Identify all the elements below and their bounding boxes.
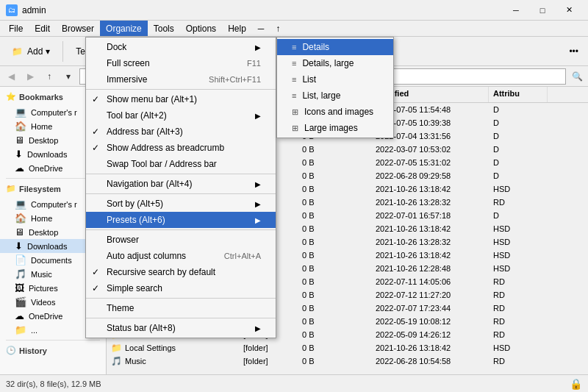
title-bar-text: admin <box>22 5 503 15</box>
menu-immersive[interactable]: Immersive Shift+Ctrl+F11 <box>86 71 276 88</box>
table-row[interactable]: 📁Local Settings[folder]0 B2021-10-26 13:… <box>107 341 588 354</box>
sortby-submenu-arrow: ▶ <box>255 200 261 208</box>
addressbar-check: ✓ <box>92 126 99 137</box>
menu-showmenubar[interactable]: ✓ Show menu bar (Alt+1) <box>86 91 276 107</box>
menu-dock[interactable]: Dock ▶ <box>86 39 276 55</box>
downloads-icon: ⬇ <box>15 149 23 160</box>
icons-images-icon: ⊞ <box>292 107 298 117</box>
menu-showbreadcrumb[interactable]: ✓ Show Address as breadcrumb <box>86 140 276 156</box>
menu-up[interactable]: ↑ <box>270 21 286 36</box>
statusbar-label: Status bar (Alt+8) <box>107 323 176 333</box>
up-button[interactable]: ↑ <box>41 68 57 85</box>
music-icon: 🎵 <box>111 356 122 366</box>
menu-sortby[interactable]: Sort by (Alt+5) ▶ <box>86 196 276 212</box>
submenu-details-large[interactable]: ≡ Details, large <box>277 55 393 71</box>
menu-statusbar[interactable]: Status bar (Alt+8) ▶ <box>86 320 276 336</box>
add-button[interactable]: 📁 Add ▾ <box>3 40 57 63</box>
title-bar: 🗂 admin ─ □ ✕ <box>0 0 588 21</box>
toolbar-label: Tool bar (Alt+2) <box>107 110 167 121</box>
fs-computer-icon: 💻 <box>15 199 26 210</box>
details-label: Details <box>302 42 329 52</box>
submenu-large-images[interactable]: ⊞ Large images <box>277 120 393 136</box>
menu-help[interactable]: Help <box>222 21 252 36</box>
history-icon: 🕒 <box>6 346 16 355</box>
immersive-shortcut: Shift+Ctrl+F11 <box>209 75 261 84</box>
menu-organize[interactable]: Organize <box>100 21 148 36</box>
menu-swaptoolbar[interactable]: Swap Tool bar / Address bar <box>86 156 276 172</box>
submenu-details[interactable]: ≡ Details <box>277 39 393 55</box>
sidebar-divider-2 <box>6 340 100 341</box>
table-row[interactable]: 🎵Music[folder]0 B2022-06-28 10:54:58RD <box>107 354 588 368</box>
maximize-button[interactable]: □ <box>529 0 556 21</box>
navbar-submenu-arrow: ▶ <box>255 180 261 188</box>
showmenubar-check: ✓ <box>92 94 99 104</box>
menu-simplesearch[interactable]: ✓ Simple search <box>86 280 276 296</box>
fs-documents-icon: 📄 <box>15 254 26 266</box>
menu-presets[interactable]: Presets (Alt+6) ▶ <box>86 212 276 228</box>
menu-file[interactable]: File <box>3 21 29 36</box>
menu-browser-entry[interactable]: Browser <box>86 232 276 248</box>
computer-icon: 💻 <box>15 107 26 118</box>
fullscreen-shortcut: F11 <box>247 59 261 68</box>
fs-music-icon: 🎵 <box>15 268 26 279</box>
fs-videos-icon: 🎬 <box>15 296 26 307</box>
recursive-check: ✓ <box>92 267 99 277</box>
showbreadcrumb-label: Show Address as breadcrumb <box>107 143 224 153</box>
close-button[interactable]: ✕ <box>556 0 582 21</box>
fs-pictures-icon: 🖼 <box>15 282 24 293</box>
autoadjust-label: Auto adjust columns <box>107 251 186 261</box>
fs-more-icon: 📁 <box>15 324 26 335</box>
menu-navbar[interactable]: Navigation bar (Alt+4) ▶ <box>86 176 276 192</box>
menu-browser[interactable]: Browser <box>56 21 100 36</box>
menu-recursive[interactable]: ✓ Recursive search by default <box>86 264 276 280</box>
status-text: 32 dir(s), 8 file(s), 12.9 MB <box>6 379 101 388</box>
menu-sep-2 <box>86 174 276 174</box>
autoadjust-shortcut: Ctrl+Alt+A <box>224 252 261 260</box>
col-attrib[interactable]: Attribu <box>489 87 548 102</box>
icons-images-label: Icons and images <box>304 107 373 117</box>
menu-bar: File Edit Browser Organize Tools Options… <box>0 21 588 37</box>
organize-dropdown-menu: Dock ▶ Full screen F11 Immersive Shift+C… <box>85 37 276 338</box>
menu-sep-4 <box>86 229 276 230</box>
swaptoolbar-label: Swap Tool bar / Address bar <box>107 159 217 169</box>
submenu-list[interactable]: ≡ List <box>277 71 393 88</box>
presets-submenu-arrow: ▶ <box>255 216 261 224</box>
menu-sep-5 <box>86 298 276 299</box>
theme-label: Theme <box>107 303 134 313</box>
menu-fullscreen[interactable]: Full screen F11 <box>86 55 276 71</box>
menu-sep-1 <box>86 89 276 90</box>
submenu-icons-images[interactable]: ⊞ Icons and images <box>277 104 393 120</box>
filesystem-icon: 📁 <box>6 184 16 193</box>
dropdown-arrow[interactable]: ▾ <box>60 68 76 85</box>
sidebar-history-header: 🕒 History <box>0 343 106 357</box>
menu-options[interactable]: Options <box>180 21 222 36</box>
presets-submenu: ≡ Details ≡ Details, large ≡ List ≡ List… <box>276 37 394 138</box>
add-dropdown-arrow[interactable]: ▾ <box>46 46 50 57</box>
menu-theme[interactable]: Theme <box>86 300 276 316</box>
dock-submenu-arrow: ▶ <box>255 43 261 51</box>
addressbar-label: Address bar (Alt+3) <box>107 126 183 137</box>
menu-edit[interactable]: Edit <box>29 21 56 36</box>
list-icon: ≡ <box>292 75 296 84</box>
forward-button[interactable]: ▶ <box>22 68 38 85</box>
fs-onedrive-icon: ☁ <box>15 310 24 321</box>
details-large-icon: ≡ <box>292 59 296 68</box>
toolbar-submenu-arrow: ▶ <box>255 112 261 120</box>
title-bar-controls: ─ □ ✕ <box>503 0 582 21</box>
dock-label: Dock <box>107 42 126 52</box>
menu-tools[interactable]: Tools <box>148 21 180 36</box>
fs-desktop-icon: 🖥 <box>15 227 24 238</box>
more-button[interactable]: ••• <box>562 40 585 63</box>
sortby-label: Sort by (Alt+5) <box>107 199 163 209</box>
back-button[interactable]: ◀ <box>3 68 19 85</box>
menu-autoadjust[interactable]: Auto adjust columns Ctrl+Alt+A <box>86 248 276 264</box>
minimize-button[interactable]: ─ <box>503 0 529 21</box>
simplesearch-label: Simple search <box>107 283 162 293</box>
menu-toolbar[interactable]: Tool bar (Alt+2) ▶ <box>86 107 276 124</box>
fs-home-icon: 🏠 <box>15 213 26 224</box>
folder-icon: 📁 <box>111 343 122 353</box>
menu-addressbar[interactable]: ✓ Address bar (Alt+3) <box>86 124 276 140</box>
star-icon: ⭐ <box>6 92 16 101</box>
submenu-list-large[interactable]: ≡ List, large <box>277 88 393 104</box>
search-button[interactable]: 🔍 <box>569 68 585 85</box>
